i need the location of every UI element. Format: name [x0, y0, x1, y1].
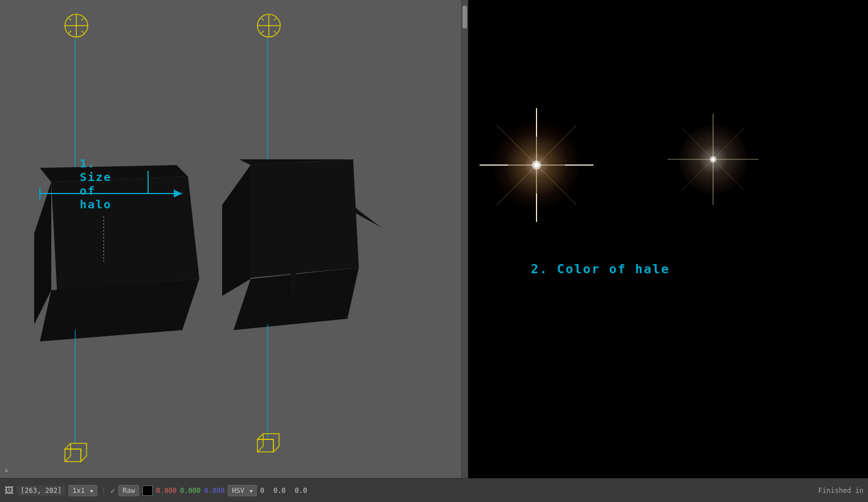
cube-anchor-left [63, 441, 88, 468]
svg-line-41 [257, 446, 263, 452]
star-spikes-left [480, 108, 593, 222]
svg-line-30 [274, 31, 276, 33]
field2: 0.0 [273, 487, 286, 495]
svg-line-27 [261, 18, 264, 20]
b-value: 0.000 [204, 487, 224, 495]
svg-line-28 [274, 18, 276, 20]
finished-text: Finished in [818, 487, 863, 495]
scrollbar-track[interactable] [462, 0, 468, 478]
r-value: 0.000 [156, 487, 177, 495]
colorspace-dropdown[interactable]: HSV ▼ [228, 485, 256, 496]
svg-marker-33 [222, 165, 251, 296]
slash-icon: ✓ [110, 486, 115, 495]
g-value: 0.000 [180, 487, 200, 495]
size-arrow [34, 171, 216, 216]
svg-line-6 [81, 31, 84, 33]
svg-line-5 [69, 31, 71, 33]
left-3d-viewport[interactable]: 1. Size of halo [0, 0, 461, 478]
color-swatch [142, 485, 153, 496]
status-bar: 🖼 [263, 202] 1x1 ▼ | ✓ Raw 0.000 0.000 0… [0, 478, 868, 502]
svg-line-3 [69, 18, 71, 20]
mode-dropdown[interactable]: Raw [118, 485, 139, 496]
color-of-hale-label: 2. Color of hale [531, 262, 670, 276]
image-icon: 🖼 [5, 485, 14, 496]
svg-line-29 [261, 31, 264, 33]
svg-line-4 [81, 18, 84, 20]
svg-line-21 [65, 456, 71, 462]
vert-line-bottom-left [74, 330, 76, 444]
svg-marker-32 [239, 159, 359, 279]
star-spikes-right [668, 114, 759, 205]
render-area: 2. Color of hale [468, 0, 868, 478]
svg-point-53 [532, 161, 541, 170]
pixel-coords: [263, 202] [17, 485, 65, 496]
svg-marker-13 [174, 190, 182, 197]
cube-anchor-right [255, 431, 280, 459]
field1: 0 [260, 487, 264, 495]
resolution-dropdown[interactable]: 1x1 ▼ [68, 485, 97, 496]
svg-marker-37 [353, 205, 382, 228]
main-area: 1. Size of halo [0, 0, 868, 478]
right-render-viewport[interactable]: 2. Color of hale [468, 0, 868, 478]
center-divider[interactable] [461, 0, 468, 478]
scrollbar-thumb[interactable] [462, 6, 467, 28]
field3: 0.0 [295, 487, 308, 495]
vertex-indicator [103, 216, 105, 262]
crosshair-top-left [61, 10, 92, 41]
viewport-indicator: ▲ [5, 466, 9, 474]
plane-right [222, 159, 382, 344]
svg-point-59 [710, 156, 716, 163]
vert-line-bottom-right [267, 324, 269, 438]
crosshair-top-right [253, 10, 284, 41]
